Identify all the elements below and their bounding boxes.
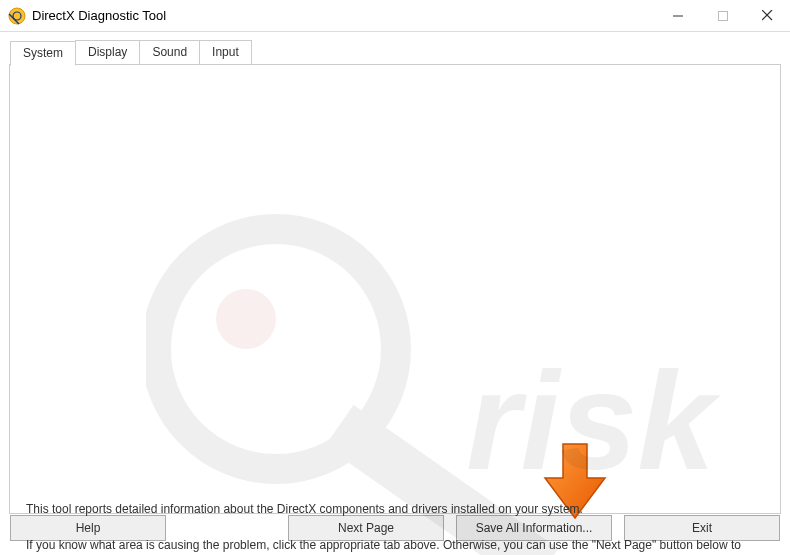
- window-title: DirectX Diagnostic Tool: [32, 8, 166, 23]
- app-icon: [8, 7, 26, 25]
- watermark: risk: [146, 149, 786, 555]
- svg-point-8: [216, 289, 276, 349]
- tab-display[interactable]: Display: [75, 40, 140, 65]
- window-controls: [655, 1, 790, 31]
- tab-sound[interactable]: Sound: [139, 40, 200, 65]
- intro-text-2: If you know what area is causing the pro…: [26, 536, 764, 555]
- tab-system[interactable]: System: [10, 41, 76, 66]
- tab-strip: System Display Sound Input: [0, 34, 790, 65]
- tab-panel-system: risk This tool reports detailed informat…: [9, 64, 781, 514]
- maximize-button[interactable]: [700, 1, 745, 31]
- svg-rect-4: [718, 11, 727, 20]
- svg-point-7: [156, 229, 396, 469]
- intro-text-1: This tool reports detailed information a…: [26, 502, 764, 516]
- close-button[interactable]: [745, 1, 790, 31]
- minimize-button[interactable]: [655, 1, 700, 31]
- titlebar: DirectX Diagnostic Tool: [0, 0, 790, 32]
- svg-text:risk: risk: [466, 342, 721, 499]
- tab-input[interactable]: Input: [199, 40, 252, 65]
